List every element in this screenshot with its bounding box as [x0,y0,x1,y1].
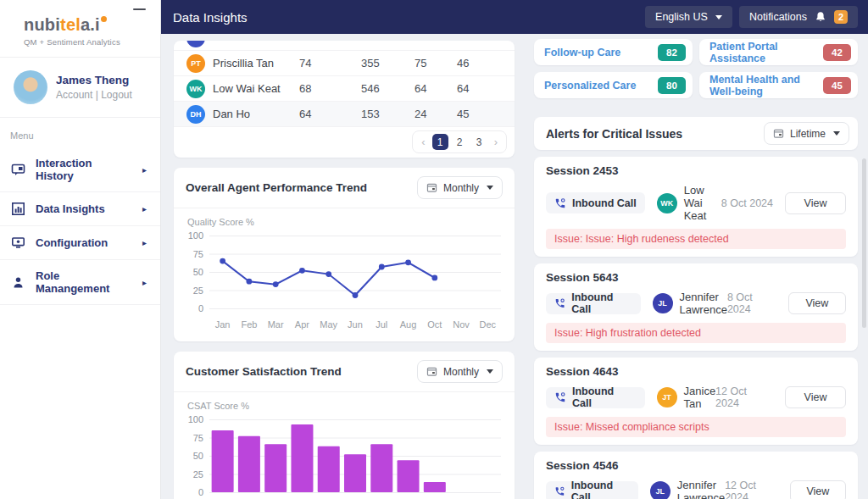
session-detail-row: Inbound Call JL Jennifer Lawrence 12 Oct… [546,479,846,499]
notifications-button[interactable]: Notifications 2 [739,6,858,28]
avatar: JL [653,293,673,313]
pagination-prev-icon[interactable]: ‹ [419,136,427,148]
sidebar-item-interaction-history[interactable]: Interaction History ▸ [0,147,160,192]
session-id: Session 2453 [546,164,846,177]
view-button[interactable]: View [790,480,846,499]
table-row[interactable]: PT Priscillia Tan 74 355 75 46 [174,51,515,76]
issue-alert: Issue: High frustration detected [546,323,846,343]
agent-table-card: PT Priscillia Tan 74 355 75 46 WK Low Wa… [174,41,515,158]
session-agent: JL Jennifer Lawrence [650,479,725,499]
session-id: Session 4546 [546,459,846,472]
brand-tagline: QM + Sentiment Analytics [24,37,147,47]
table-cell: 24 [415,108,457,120]
x-axis-label: May [315,319,342,330]
session-card: Session 5643 Inbound Call JL Jennifer La… [534,263,858,351]
calendar-icon [426,366,437,377]
view-button[interactable]: View [785,192,846,214]
call-type-label: Inbound Call [571,480,630,499]
view-button[interactable]: View [785,386,846,408]
avatar: DH [186,105,205,124]
topic-count-badge: 80 [658,77,686,94]
table-cell: 74 [299,57,361,69]
chart-body: Quality Score % 1007550250 JanFebMarAprM… [174,208,515,341]
table-cell: 46 [457,57,469,69]
topic-card[interactable]: Personalized Care 80 [534,72,693,98]
table-row[interactable]: DH Dan Ho 64 153 24 45 [174,102,515,127]
session-id: Session 4643 [546,365,846,378]
language-selector-value: English US [655,11,708,23]
table-cell: 68 [299,82,361,95]
call-type-chip: Inbound Call [546,192,645,213]
account-logout-links[interactable]: Account | Logout [56,89,132,101]
agent-name-cell: PT Priscillia Tan [186,54,299,73]
table-cell: 75 [415,57,457,69]
session-date: 8 Oct 2024 [721,197,773,209]
x-axis-label: Apr [289,319,315,330]
agent-name-cell: DH Dan Ho [186,105,299,124]
sidebar-collapse-icon[interactable] [133,8,146,10]
period-select[interactable]: Monthly [417,176,503,199]
sidebar-item-label: Interaction History [36,157,132,182]
data-point [405,259,411,265]
x-axis-label: Jun [342,319,368,330]
pagination-next-icon[interactable]: › [492,136,500,148]
call-type-chip: Inbound Call [546,387,645,408]
topic-count-badge: 42 [823,44,851,61]
avatar: PT [186,54,205,73]
alerts-period-value: Lifetime [790,128,826,140]
session-card: Session 4643 Inbound Call JT Janice Tan … [534,358,858,445]
table-cell: 153 [361,108,415,120]
table-cell: 355 [361,57,415,69]
topic-label[interactable]: Patient Portal Assistance [709,41,823,64]
issue-alert: Issue: Missed compliance scripts [546,417,846,437]
pagination-page-button[interactable]: 2 [452,134,468,150]
agent-name: Jennifer Lawrence [677,479,725,499]
topic-card[interactable]: Mental Health and Well-being 45 [699,72,858,98]
topic-label[interactable]: Mental Health and Well-being [709,74,823,97]
y-axis-ticks: 1007550250 [187,236,209,308]
plot-column: JanFebMarAprMayJunJulAugOctNovDec [209,236,501,330]
session-card: Session 2453 Inbound Call WK Low Wai Kea… [534,157,858,257]
card-title: Overall Agent Performance Trend [186,181,367,194]
chevron-down-icon [487,369,493,374]
chevron-down-icon [715,15,722,19]
x-axis-label: Mar [263,319,289,330]
bulb-icon [101,16,107,22]
period-select[interactable]: Monthly [417,360,503,383]
session-detail-row: Inbound Call WK Low Wai Keat 8 Oct 2024 … [546,184,846,222]
plot-column: JanFebMarAprMayJunJulAugOctNovDec [209,419,501,499]
pagination-page-button[interactable]: 3 [471,134,487,150]
x-axis-label: Nov [448,319,474,330]
trend-line [223,261,435,295]
y-axis-title: Quality Score % [187,217,501,227]
agent-name: Dan Ho [213,108,250,120]
session-agent: JL Jennifer Lawrence [653,291,727,316]
y-axis-title: CSAT Score % [187,401,501,411]
session-date: 12 Oct 2024 [725,480,778,499]
sidebar-item-label: Role Manangement [36,269,132,295]
topic-label[interactable]: Personalized Care [544,80,636,91]
table-row[interactable]: WK Low Wai Keat 68 546 64 64 [174,76,515,102]
session-agent: JT Janice Tan [657,385,716,410]
table-cell: 64 [457,82,469,95]
session-date: 8 Oct 2024 [727,291,776,315]
data-point [273,281,279,287]
view-button[interactable]: View [788,292,846,314]
sidebar-item-role-management[interactable]: Role Manangement ▸ [0,260,160,305]
brand-logo-part: nubi [24,15,60,34]
language-selector[interactable]: English US [645,6,732,28]
pagination-page-button[interactable]: 1 [432,134,448,150]
alerts-scrollbar[interactable] [862,158,866,328]
agent-name: Low Wai Keat [684,184,721,222]
alerts-period-select[interactable]: Lifetime [764,122,849,145]
topic-count-badge: 82 [658,44,686,61]
topic-card[interactable]: Follow-up Care 82 [534,39,693,65]
sidebar-item-label: Configuration [36,236,108,249]
topic-card[interactable]: Patient Portal Assistance 42 [699,39,858,65]
bar [291,424,313,492]
data-point [326,271,331,277]
sidebar-item-data-insights[interactable]: Data Insights ▸ [0,192,160,226]
call-type-chip: Inbound Call [546,293,641,314]
topic-label[interactable]: Follow-up Care [544,47,620,58]
sidebar-item-configuration[interactable]: Configuration ▸ [0,226,160,260]
